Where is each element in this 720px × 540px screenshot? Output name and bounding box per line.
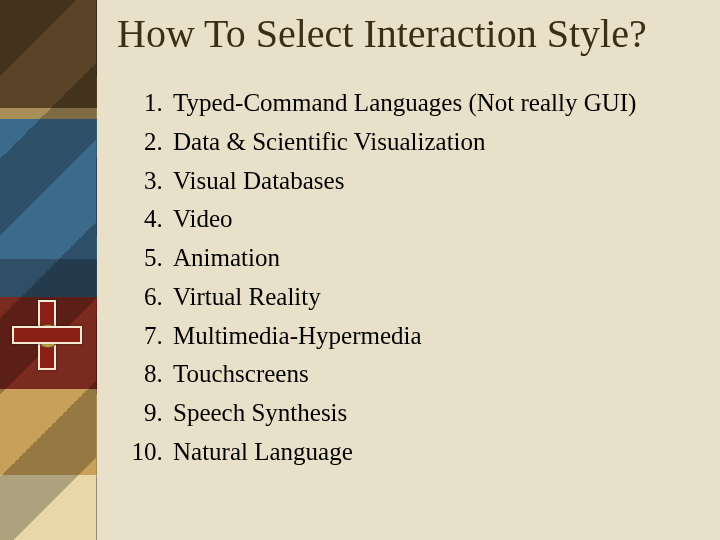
interaction-style-list: Typed-Command Languages (Not really GUI)… (121, 84, 700, 472)
list-item: Visual Databases (169, 162, 700, 201)
list-item: Virtual Reality (169, 278, 700, 317)
decorative-side-image (0, 0, 97, 540)
list-item: Typed-Command Languages (Not really GUI) (169, 84, 700, 123)
list-item: Data & Scientific Visualization (169, 123, 700, 162)
list-item: Animation (169, 239, 700, 278)
slide: How To Select Interaction Style? Typed-C… (0, 0, 720, 540)
medal-icon (12, 300, 82, 370)
list-item: Natural Language (169, 433, 700, 472)
list-item: Touchscreens (169, 355, 700, 394)
slide-title: How To Select Interaction Style? (117, 12, 700, 56)
list-item: Speech Synthesis (169, 394, 700, 433)
slide-content: How To Select Interaction Style? Typed-C… (97, 0, 720, 540)
list-item: Video (169, 200, 700, 239)
list-item: Multimedia-Hypermedia (169, 317, 700, 356)
